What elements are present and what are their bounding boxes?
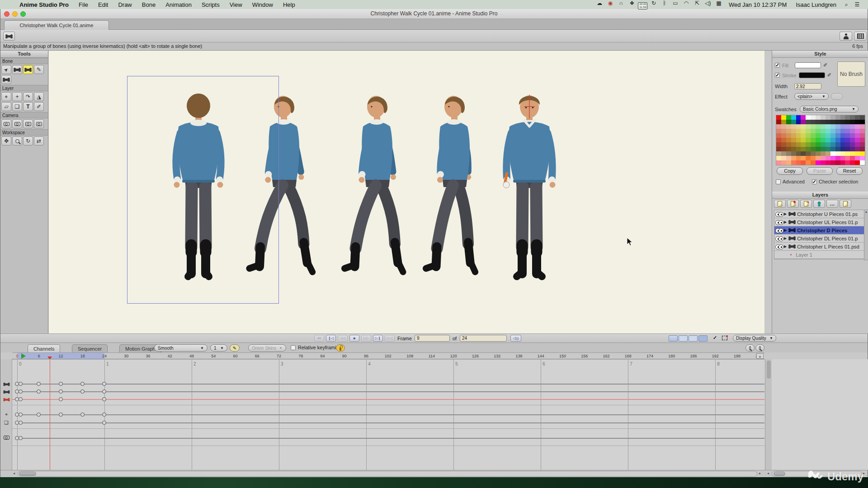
palette-cell[interactable] — [860, 124, 865, 129]
layer-expand-icon[interactable]: ▶ — [784, 228, 787, 232]
next-keyframe-button[interactable]: ▷❙ — [373, 335, 383, 342]
manipulate-bones-tool[interactable] — [23, 65, 33, 74]
palette-cell[interactable] — [776, 142, 781, 147]
palette-cell[interactable] — [821, 120, 826, 124]
fill-color-swatch[interactable] — [795, 62, 821, 68]
more-options-button[interactable]: … — [826, 200, 838, 208]
menu-window[interactable]: Window — [247, 1, 278, 8]
palette-cell[interactable] — [806, 142, 811, 147]
airplay-icon[interactable]: ⇱ — [692, 0, 703, 8]
keyframe-dot[interactable] — [19, 413, 23, 417]
palette-cell[interactable] — [845, 124, 850, 129]
palette-cell[interactable] — [855, 115, 860, 120]
palette-cell[interactable] — [786, 129, 791, 133]
palette-cell[interactable] — [855, 142, 860, 147]
palette-cell[interactable] — [855, 160, 860, 165]
palette-cell[interactable] — [801, 151, 806, 156]
palette-cell[interactable] — [776, 124, 781, 129]
stroke-eyedropper-icon[interactable]: ✐ — [827, 72, 831, 78]
rotate-layer-tool[interactable]: ↷ — [23, 92, 33, 101]
palette-cell[interactable] — [791, 160, 796, 165]
palette-cell[interactable] — [776, 120, 781, 124]
palette-cell[interactable] — [830, 115, 835, 120]
palette-cell[interactable] — [855, 156, 860, 160]
jump-start-button[interactable]: ⋈ — [314, 335, 324, 342]
palette-cell[interactable] — [830, 151, 835, 156]
flip-layer-tool[interactable]: ◮ — [34, 92, 44, 101]
search-layer-button[interactable]: ⌕ — [840, 200, 851, 208]
palette-cell[interactable] — [801, 147, 806, 151]
record-status-icon[interactable]: ◉ — [605, 0, 616, 8]
palette-cell[interactable] — [786, 115, 791, 120]
keyframe-dot[interactable] — [102, 397, 106, 401]
palette-cell[interactable] — [821, 151, 826, 156]
palette-cell[interactable] — [776, 156, 781, 160]
right-hscroll-left-arrow[interactable]: ◂ — [767, 471, 769, 475]
menu-draw[interactable]: Draw — [113, 1, 137, 8]
palette-cell[interactable] — [830, 156, 835, 160]
reset-button[interactable]: Reset — [836, 167, 863, 175]
layer-visibility-icon[interactable] — [775, 236, 783, 240]
palette-cell[interactable] — [781, 124, 786, 129]
palette-cell[interactable] — [845, 129, 850, 133]
layer-visibility-icon[interactable] — [775, 220, 783, 224]
keyframe-dot[interactable] — [59, 389, 63, 394]
pan-tool[interactable]: ✥ — [1, 136, 11, 145]
palette-cell[interactable] — [811, 160, 816, 165]
keyframe-dot[interactable] — [102, 389, 106, 394]
palette-cell[interactable] — [811, 133, 816, 138]
palette-cell[interactable] — [860, 151, 865, 156]
palette-cell[interactable] — [845, 120, 850, 124]
palette-cell[interactable] — [835, 120, 840, 124]
rotate-workspace-tool[interactable]: ↻ — [23, 136, 33, 145]
roll-camera-tool[interactable] — [23, 119, 33, 128]
spotlight-icon[interactable]: ⌕ — [841, 0, 852, 9]
palette-cell[interactable] — [776, 147, 781, 151]
palette-cell[interactable] — [821, 133, 826, 138]
new-layer-button[interactable] — [774, 200, 786, 208]
palette-cell[interactable] — [781, 142, 786, 147]
palette-cell[interactable] — [845, 160, 850, 165]
palette-cell[interactable] — [806, 147, 811, 151]
current-tool-bone-icon[interactable] — [3, 32, 15, 41]
palette-cell[interactable] — [835, 129, 840, 133]
volume-icon[interactable]: ◁) — [703, 0, 713, 8]
menu-view[interactable]: View — [225, 1, 247, 8]
palette-cell[interactable] — [791, 142, 796, 147]
step-back-button[interactable]: ◁◁ — [338, 335, 348, 342]
input-source-flag-icon[interactable]: ▦ — [713, 0, 724, 8]
character-figure-side[interactable] — [345, 96, 403, 272]
palette-cell[interactable] — [845, 133, 850, 138]
shear-layer-tool[interactable]: ▱ — [1, 102, 11, 111]
keyframe-pencil-button[interactable]: ✎ — [230, 344, 240, 352]
palette-cell[interactable] — [821, 124, 826, 129]
style-panel-title[interactable]: Style — [772, 51, 868, 58]
mute-audio-button[interactable]: ◁))) — [510, 335, 521, 342]
palette-cell[interactable] — [796, 120, 801, 124]
palette-cell[interactable] — [830, 133, 835, 138]
library-icon[interactable] — [854, 32, 867, 41]
palette-cell[interactable] — [781, 147, 786, 151]
layer-selector-tool[interactable]: ❏ — [12, 102, 22, 111]
palette-cell[interactable] — [821, 160, 826, 165]
document-tab[interactable]: Christopher Walk Cycle 01.anime — [4, 20, 109, 30]
palette-cell[interactable] — [776, 151, 781, 156]
title-bar[interactable]: Christopher Walk Cycle 01.anime - Anime … — [0, 9, 868, 19]
orbit-workspace-tool[interactable]: ⇄ — [34, 136, 44, 145]
palette-cell[interactable] — [840, 124, 845, 129]
zoom-tool[interactable] — [12, 136, 22, 145]
palette-cell[interactable] — [826, 156, 830, 160]
interpolation-dropdown[interactable]: Smooth▼ — [154, 344, 208, 352]
palette-cell[interactable] — [860, 147, 865, 151]
palette-cell[interactable] — [835, 156, 840, 160]
palette-cell[interactable] — [840, 160, 845, 165]
palette-cell[interactable] — [850, 138, 855, 142]
battery-monitor-icon[interactable]: 24.0021.59 — [637, 1, 648, 10]
timeline-hscrollbar[interactable] — [18, 471, 757, 477]
split-horizontal-view-button[interactable] — [689, 335, 698, 342]
palette-cell[interactable] — [816, 156, 821, 160]
canvas[interactable] — [49, 51, 764, 333]
width-input[interactable] — [794, 83, 821, 89]
palette-cell[interactable] — [826, 151, 830, 156]
palette-cell[interactable] — [781, 160, 786, 165]
